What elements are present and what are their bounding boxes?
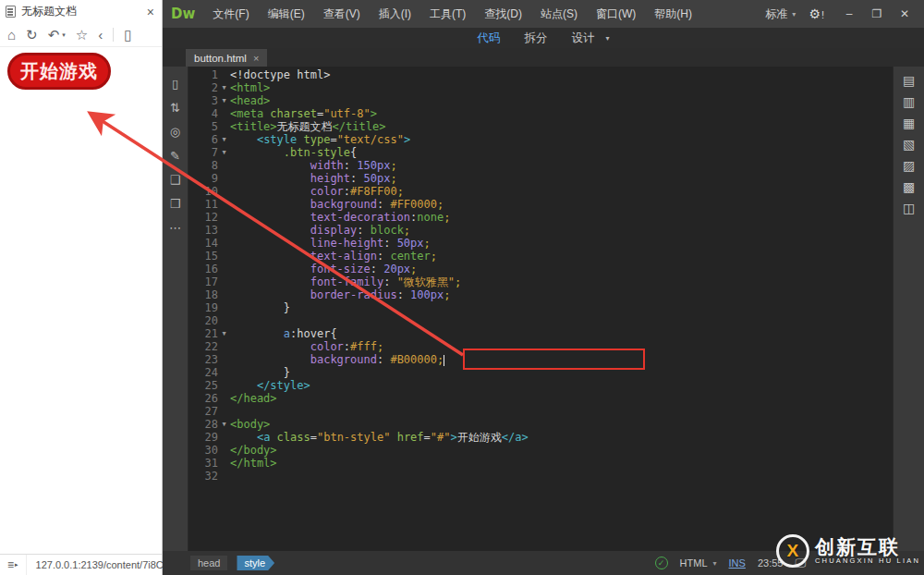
tag-selector-style[interactable]: style (237, 556, 274, 570)
maximize-button[interactable]: ❐ (865, 6, 889, 22)
live-code-icon[interactable]: ◎ (170, 126, 180, 138)
view-mode-代码[interactable]: 代码 (477, 31, 500, 46)
code-line[interactable]: 32 (188, 470, 893, 483)
code-line[interactable]: 2▼<html> (188, 81, 893, 94)
code-line[interactable]: 13 display: block; (188, 224, 893, 237)
browser-tab-title[interactable]: 无标题文档 (21, 4, 145, 19)
file-tab-button-html[interactable]: button.html × (186, 49, 267, 67)
watermark-title: 创新互联 (815, 537, 920, 557)
start-game-button[interactable]: 开始游戏 (7, 53, 111, 90)
reading-list-icon[interactable]: ≡▸ (0, 555, 27, 575)
code-line[interactable]: 29 <a class="btn-style" href="#">开始游戏</a… (188, 431, 893, 444)
tag-selector-head[interactable]: head (190, 556, 227, 570)
line-number: 10 (188, 185, 218, 198)
snippets-panel-icon[interactable]: ▨ (903, 159, 915, 172)
code-line[interactable]: 7▼ .btn-style{ (188, 146, 893, 159)
files-panel-icon[interactable]: ▧ (903, 138, 915, 151)
home-icon[interactable]: ⌂ (7, 28, 16, 42)
gear-icon[interactable]: ⚙! (808, 6, 824, 21)
chevron-down-icon[interactable]: ▾ (62, 31, 66, 39)
code-line[interactable]: 8 width: 150px; (188, 159, 893, 172)
code-line[interactable]: 30</body> (188, 444, 893, 457)
apply-comment-icon[interactable]: ❑ (170, 174, 181, 186)
code-line[interactable]: 5<title>无标题文档</title> (188, 120, 893, 133)
fold-gutter (218, 340, 230, 353)
fold-gutter (218, 68, 230, 81)
menu-item[interactable]: 查看(V) (315, 3, 369, 26)
view-mode-设计[interactable]: 设计 (571, 31, 594, 46)
fold-arrow-icon[interactable]: ▼ (218, 327, 230, 340)
code-editor[interactable]: 1<!doctype html>2▼<html>3▼<head>4<meta c… (188, 67, 893, 551)
fold-arrow-icon[interactable]: ▼ (218, 146, 230, 159)
code-line[interactable]: 6▼ <style type="text/css"> (188, 133, 893, 146)
chevron-down-icon: ▾ (713, 559, 717, 568)
menu-item[interactable]: 文件(F) (204, 3, 257, 26)
fold-arrow-icon[interactable]: ▼ (218, 418, 230, 431)
file-management-icon[interactable]: ⇅ (170, 102, 180, 114)
fold-gutter (218, 120, 230, 133)
clipboard-panel-icon[interactable]: ▥ (903, 95, 915, 108)
panel-rail: ▤▥▦▧▨▩◫ (893, 67, 924, 551)
doctype-selector[interactable]: HTML▾ (680, 557, 717, 569)
code-line[interactable]: 16 font-size: 20px; (188, 263, 893, 275)
code-line[interactable]: 25 </style> (188, 379, 893, 392)
code-line[interactable]: 19 } (188, 301, 893, 314)
code-line[interactable]: 26</head> (188, 392, 893, 405)
minimize-button[interactable]: – (837, 6, 861, 22)
menu-item[interactable]: 站点(S) (532, 3, 586, 26)
page-icon[interactable]: ▯ (124, 28, 131, 42)
assets-panel-icon[interactable]: ▩ (903, 180, 915, 193)
code-line[interactable]: 17 font-family: "微软雅黑"; (188, 275, 893, 288)
extract-panel-icon[interactable]: ▦ (903, 116, 915, 129)
open-documents-icon[interactable]: ▯ (172, 78, 178, 90)
tab-close-icon[interactable]: × (253, 53, 259, 64)
code-line[interactable]: 14 line-height: 50px; (188, 237, 893, 250)
menu-item[interactable]: 查找(D) (476, 3, 530, 26)
code-line[interactable]: 28▼<body> (188, 418, 893, 431)
dreamweaver-logo: Dw (163, 6, 204, 22)
status-url: 127.0.0.1:2139/content/7i8Cxj (27, 559, 171, 570)
chevron-down-icon[interactable]: ▾ (605, 34, 609, 43)
menu-item[interactable]: 编辑(E) (260, 3, 313, 26)
code-line[interactable]: 12 text-decoration:none; (188, 211, 893, 224)
code-line[interactable]: 27 (188, 405, 893, 418)
code-line[interactable]: 3▼<head> (188, 94, 893, 107)
menu-item[interactable]: 工具(T) (421, 3, 474, 26)
code-line[interactable]: 21▼ a:hover{ (188, 327, 893, 340)
code-line[interactable]: 11 background: #FF0000; (188, 198, 893, 211)
menu-item[interactable]: 插入(I) (371, 3, 419, 26)
insert-mode-indicator[interactable]: INS (729, 557, 746, 569)
line-number: 3 (188, 94, 218, 107)
code-line[interactable]: 10 color:#F8FF00; (188, 185, 893, 198)
favorite-star-icon[interactable]: ☆ (76, 28, 88, 42)
view-mode-拆分[interactable]: 拆分 (524, 31, 547, 46)
refresh-icon[interactable]: ↻ (26, 28, 38, 42)
undo-icon[interactable]: ↶ (48, 28, 60, 42)
share-panel-icon[interactable]: ▤ (903, 74, 915, 87)
line-number: 12 (188, 211, 218, 224)
code-line[interactable]: 9 height: 50px; (188, 172, 893, 185)
line-number: 7 (188, 146, 218, 159)
code-line[interactable]: 18 border-radius: 100px; (188, 288, 893, 301)
back-icon[interactable]: ‹ (98, 28, 103, 42)
fold-arrow-icon[interactable]: ▼ (218, 81, 230, 94)
code-line[interactable]: 15 text-align: center; (188, 250, 893, 263)
code-line[interactable]: 4<meta charset="utf-8"> (188, 107, 893, 120)
code-line[interactable]: 1<!doctype html> (188, 68, 893, 81)
close-button[interactable]: ✕ (893, 6, 917, 22)
format-source-icon[interactable]: ✎ (170, 150, 180, 162)
remove-comment-icon[interactable]: ❒ (170, 198, 181, 210)
code-line[interactable]: 31</html> (188, 457, 893, 470)
fold-gutter (218, 366, 230, 379)
more-options-icon[interactable]: ⋯ (169, 222, 181, 234)
line-number: 20 (188, 314, 218, 327)
line-number: 9 (188, 172, 218, 185)
workspace-selector[interactable]: 标准▾ (765, 6, 796, 22)
menu-item[interactable]: 帮助(H) (646, 3, 700, 26)
dom-panel-icon[interactable]: ◫ (903, 202, 915, 214)
fold-arrow-icon[interactable]: ▼ (218, 94, 230, 107)
tab-close-icon[interactable]: × (145, 5, 156, 19)
code-line[interactable]: 20 (188, 314, 893, 327)
menu-item[interactable]: 窗口(W) (588, 3, 644, 26)
fold-arrow-icon[interactable]: ▼ (218, 133, 230, 146)
